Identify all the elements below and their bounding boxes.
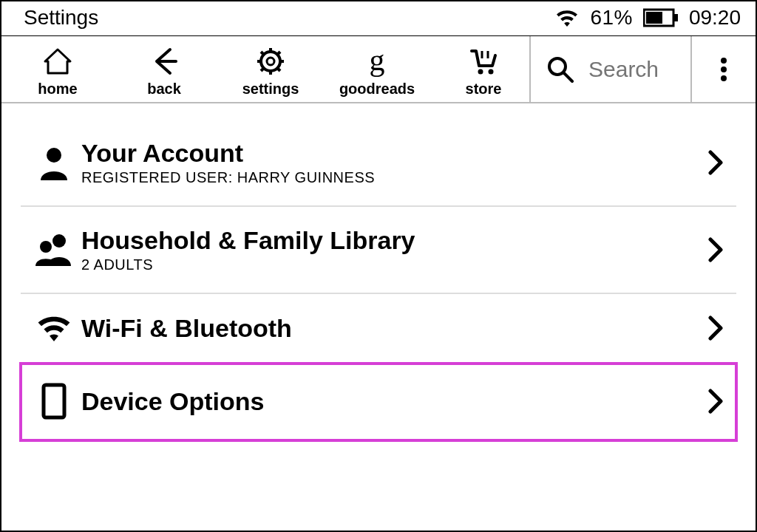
settings-item-household[interactable]: Household & Family Library 2 ADULTS bbox=[21, 207, 736, 294]
home-icon bbox=[41, 45, 74, 78]
chevron-right-icon bbox=[701, 237, 730, 262]
settings-item-subtitle: REGISTERED USER: HARRY GUINNESS bbox=[81, 169, 701, 186]
search-icon bbox=[546, 55, 575, 84]
chevron-right-icon bbox=[701, 150, 730, 175]
settings-item-title: Device Options bbox=[81, 387, 701, 416]
back-label: back bbox=[147, 81, 181, 98]
overflow-menu-button[interactable] bbox=[690, 36, 756, 102]
wifi-status-icon bbox=[554, 8, 580, 27]
store-label: store bbox=[466, 81, 502, 98]
back-arrow-icon bbox=[148, 45, 180, 78]
svg-point-22 bbox=[721, 75, 727, 81]
settings-item-wifi-bluetooth[interactable]: Wi-Fi & Bluetooth bbox=[21, 294, 736, 364]
svg-line-8 bbox=[261, 52, 264, 55]
goodreads-button[interactable]: g goodreads bbox=[339, 45, 415, 98]
svg-point-25 bbox=[40, 241, 52, 253]
home-label: home bbox=[38, 81, 77, 98]
svg-point-15 bbox=[489, 69, 494, 75]
chevron-right-icon bbox=[701, 316, 730, 341]
search-box[interactable] bbox=[529, 36, 690, 102]
home-button[interactable]: home bbox=[19, 45, 96, 98]
svg-rect-26 bbox=[44, 385, 64, 417]
settings-list: Your Account REGISTERED USER: HARRY GUIN… bbox=[1, 103, 756, 531]
store-button[interactable]: store bbox=[445, 45, 522, 98]
settings-item-title: Your Account bbox=[81, 139, 701, 168]
settings-item-title: Household & Family Library bbox=[81, 226, 701, 255]
svg-point-24 bbox=[52, 234, 66, 248]
settings-item-title: Wi-Fi & Bluetooth bbox=[81, 314, 701, 343]
cart-icon bbox=[467, 45, 500, 78]
svg-line-19 bbox=[564, 73, 572, 81]
svg-rect-2 bbox=[674, 14, 678, 21]
family-icon bbox=[27, 232, 81, 267]
svg-point-21 bbox=[721, 66, 727, 72]
svg-point-3 bbox=[261, 52, 280, 71]
svg-point-14 bbox=[478, 69, 483, 75]
svg-rect-1 bbox=[646, 12, 662, 24]
settings-button[interactable]: settings bbox=[232, 45, 309, 98]
page-title: Settings bbox=[24, 6, 98, 30]
user-icon bbox=[27, 145, 81, 180]
battery-percent: 61% bbox=[590, 6, 633, 30]
goodreads-icon: g bbox=[361, 45, 393, 78]
battery-icon bbox=[643, 8, 679, 27]
settings-item-your-account[interactable]: Your Account REGISTERED USER: HARRY GUIN… bbox=[21, 120, 736, 207]
svg-point-20 bbox=[721, 58, 727, 64]
toolbar: home back settings g goodreads bbox=[1, 36, 756, 103]
tablet-icon bbox=[27, 383, 81, 420]
settings-item-subtitle: 2 ADULTS bbox=[81, 256, 701, 273]
goodreads-label: goodreads bbox=[339, 81, 415, 98]
clock-time: 09:20 bbox=[689, 6, 741, 30]
vertical-dots-icon bbox=[719, 53, 728, 86]
svg-point-12 bbox=[267, 58, 274, 65]
search-input[interactable] bbox=[588, 57, 676, 82]
back-button[interactable]: back bbox=[126, 45, 203, 98]
svg-line-9 bbox=[278, 69, 281, 72]
svg-point-23 bbox=[47, 148, 61, 163]
gear-icon bbox=[254, 45, 287, 78]
settings-item-device-options[interactable]: Device Options bbox=[21, 364, 736, 440]
svg-text:g: g bbox=[370, 45, 385, 77]
svg-line-11 bbox=[278, 52, 281, 55]
chevron-right-icon bbox=[701, 389, 730, 414]
settings-label: settings bbox=[242, 81, 299, 98]
wifi-icon bbox=[27, 313, 81, 343]
status-right: 61% 09:20 bbox=[554, 6, 741, 30]
status-bar: Settings 61% 09:20 bbox=[1, 1, 756, 36]
svg-line-10 bbox=[261, 69, 264, 72]
